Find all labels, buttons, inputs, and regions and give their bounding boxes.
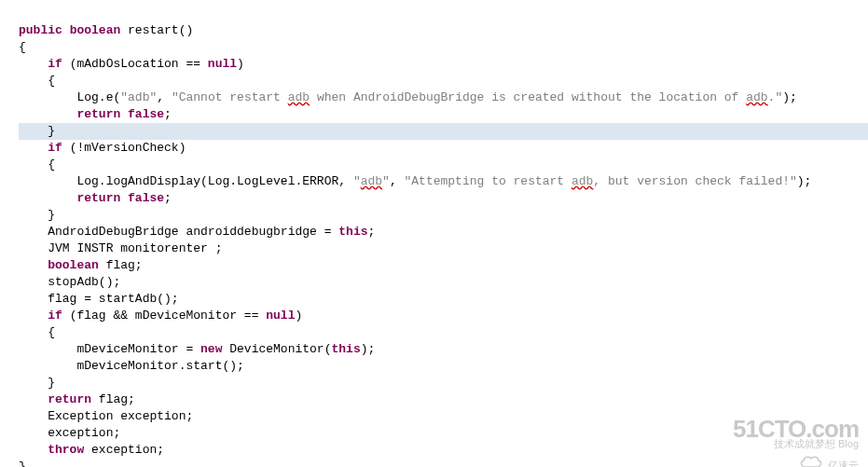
code-line: }: [19, 460, 26, 467]
code-line: throw exception;: [19, 443, 164, 457]
code-line: {: [19, 40, 26, 54]
code-line: exception;: [19, 426, 120, 440]
code-line: boolean flag;: [19, 258, 143, 272]
code-line: JVM INSTR monitorenter ;: [19, 241, 222, 255]
code-editor: public boolean restart() { if (mAdbOsLoc…: [0, 0, 868, 467]
code-line: return false;: [19, 191, 172, 205]
code-line: if (mAdbOsLocation == null): [19, 57, 244, 71]
code-line: return flag;: [19, 392, 135, 406]
code-line: }: [19, 208, 55, 222]
code-line: mDeviceMonitor = new DeviceMonitor(this)…: [19, 342, 375, 356]
code-line: Log.logAndDisplay(Log.LogLevel.ERROR, "a…: [19, 174, 811, 188]
code-line: Exception exception;: [19, 409, 193, 423]
code-line: stopAdb();: [19, 275, 120, 289]
code-line: Log.e("adb", "Cannot restart adb when An…: [19, 90, 797, 104]
code-line: }: [19, 376, 55, 390]
highlighted-line: }: [19, 123, 868, 140]
code-line: if (flag && mDeviceMonitor == null): [19, 309, 302, 323]
code-line: if (!mVersionCheck): [19, 141, 186, 155]
code-line: {: [19, 74, 55, 88]
code-line: flag = startAdb();: [19, 292, 179, 306]
code-line: return false;: [19, 107, 172, 121]
code-line: AndroidDebugBridge androiddebugbridge = …: [19, 225, 375, 239]
code-line: mDeviceMonitor.start();: [19, 359, 244, 373]
code-line: {: [19, 325, 55, 339]
code-line: public boolean restart(): [19, 23, 193, 37]
code-line: {: [19, 158, 55, 172]
